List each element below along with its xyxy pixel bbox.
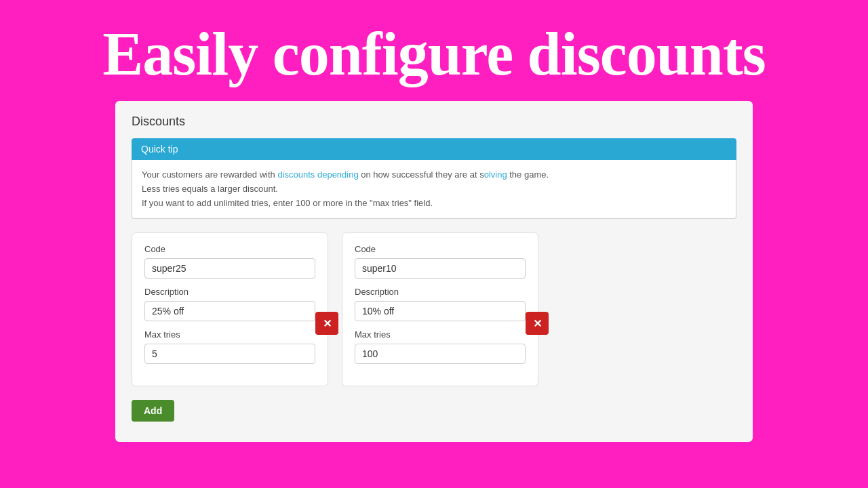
discount-card-2: Code Description Max tries ✕ (342, 232, 538, 386)
quick-tip-line-1: Your customers are rewarded with discoun… (142, 169, 549, 180)
code-input-1[interactable] (144, 258, 315, 279)
description-input-2[interactable] (355, 301, 526, 321)
description-label-1: Description (144, 287, 315, 297)
code-label-1: Code (144, 244, 315, 254)
max-tries-input-1[interactable] (144, 344, 315, 364)
page-headline: Easily configure discounts (75, 0, 793, 101)
delete-icon-1: ✕ (323, 317, 332, 330)
description-row-2 (355, 301, 526, 321)
delete-icon-2: ✕ (533, 317, 542, 330)
add-button[interactable]: Add (132, 400, 174, 422)
discounts-panel: Discounts Quick tip Your customers are r… (115, 101, 753, 442)
quick-tip-header: Quick tip (132, 138, 736, 160)
cards-container: Code Description Max tries ✕ Code Descri… (132, 232, 736, 386)
code-label-2: Code (355, 244, 526, 254)
code-input-2[interactable] (355, 258, 526, 279)
quick-tip-section: Quick tip Your customers are rewarded wi… (132, 138, 736, 219)
max-tries-input-2[interactable] (355, 344, 526, 364)
quick-tip-line-2: Less tries equals a larger discount. (142, 184, 278, 194)
max-tries-label-1: Max tries (144, 329, 315, 340)
quick-tip-body: Your customers are rewarded with discoun… (132, 160, 736, 219)
delete-button-1[interactable]: ✕ (315, 312, 338, 335)
panel-title: Discounts (132, 115, 736, 129)
max-tries-label-2: Max tries (355, 329, 526, 340)
description-label-2: Description (355, 287, 526, 297)
quick-tip-line-3: If you want to add unlimited tries, ente… (142, 198, 433, 208)
description-row-1 (144, 301, 315, 321)
description-input-1[interactable] (144, 301, 315, 321)
discount-card-1: Code Description Max tries ✕ (132, 232, 328, 386)
delete-button-2[interactable]: ✕ (526, 312, 549, 335)
